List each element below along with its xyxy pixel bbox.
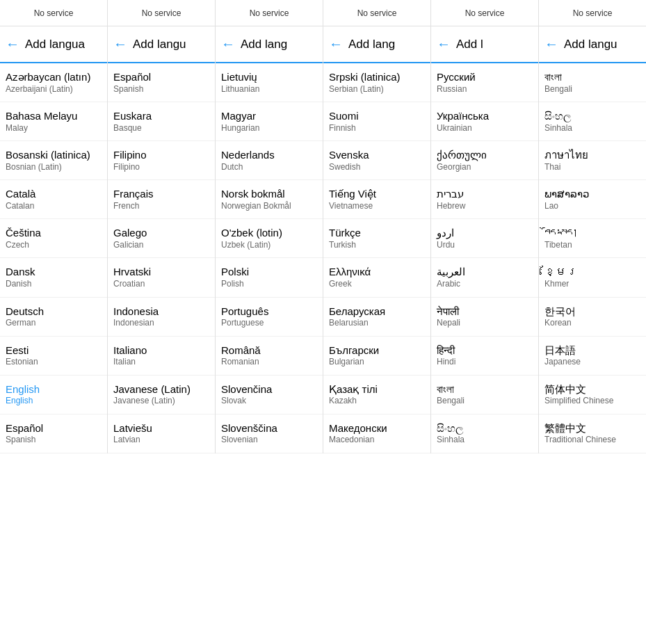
lang-item-4-2[interactable]: ქართულიGeorgian [431,141,538,180]
lang-english-5-8: Simplified Chinese [544,396,640,407]
lang-native-3-2: Svenska [329,148,425,162]
lang-english-2-0: Lithuanian [221,84,317,95]
lang-item-0-8[interactable]: EnglishEnglish [0,376,107,414]
lang-list-1: EspañolSpanishEuskaraBasqueFilipinoFilip… [108,63,215,453]
lang-item-3-5[interactable]: ΕλληνικάGreek [323,258,430,297]
lang-list-3: Srpski (latinica)Serbian (Latin)SuomiFin… [323,63,430,453]
lang-native-5-9: 繁體中文 [544,421,640,435]
lang-item-0-3[interactable]: CatalàCatalan [0,180,107,219]
lang-item-2-6[interactable]: PortuguêsPortuguese [216,298,323,337]
lang-item-0-4[interactable]: ČeštinaCzech [0,219,107,258]
lang-english-5-1: Sinhala [544,123,640,134]
lang-item-1-9[interactable]: LatviešuLatvian [108,414,215,453]
back-arrow-1[interactable]: ← [113,36,127,52]
lang-native-2-3: Norsk bokmål [221,187,317,201]
lang-item-0-5[interactable]: DanskDanish [0,258,107,297]
back-arrow-3[interactable]: ← [329,36,343,52]
lang-item-2-7[interactable]: RomânăRomanian [216,337,323,376]
lang-item-3-7[interactable]: БългарскиBulgarian [323,337,430,376]
lang-item-5-9[interactable]: 繁體中文Traditional Chinese [539,414,646,453]
lang-item-2-9[interactable]: SlovenščinaSlovenian [216,414,323,453]
lang-item-1-1[interactable]: EuskaraBasque [108,102,215,141]
lang-item-0-6[interactable]: DeutschGerman [0,298,107,337]
lang-item-4-1[interactable]: УкраїнськаUkrainian [431,102,538,141]
lang-item-5-6[interactable]: 한국어Korean [539,298,646,337]
lang-native-0-6: Deutsch [6,305,102,319]
lang-native-4-3: עברית [437,187,533,201]
back-arrow-5[interactable]: ← [544,36,558,52]
lang-item-5-2[interactable]: ภาษาไทยThai [539,141,646,180]
lang-native-0-5: Dansk [6,265,102,279]
lang-item-0-0[interactable]: Azərbaycan (latın)Azerbaijani (Latin) [0,63,107,102]
panel-0: ←Add languaAzərbaycan (latın)Azerbaijani… [0,26,108,453]
lang-english-5-2: Thai [544,162,640,173]
lang-item-5-3[interactable]: ພາສາລາວLao [539,180,646,219]
panel-title-1: Add langu [133,38,186,51]
lang-native-5-8: 简体中文 [544,383,640,396]
lang-item-4-6[interactable]: नेपालीNepali [431,298,538,337]
lang-english-4-3: Hebrew [437,201,533,212]
lang-native-0-0: Azərbaycan (latın) [6,70,102,84]
lang-item-5-8[interactable]: 简体中文Simplified Chinese [539,376,646,414]
lang-english-3-6: Belarusian [329,318,425,329]
lang-item-1-7[interactable]: ItalianoItalian [108,337,215,376]
lang-item-3-1[interactable]: SuomiFinnish [323,102,430,141]
lang-native-2-8: Slovenčina [221,383,317,396]
lang-native-0-7: Eesti [6,344,102,357]
lang-english-5-5: Khmer [544,279,640,290]
lang-list-2: LietuviųLithuanianMagyarHungarianNederla… [216,63,323,453]
lang-item-3-8[interactable]: Қазақ тіліKazakh [323,376,430,414]
lang-item-5-4[interactable]: བོད་སྐད།Tibetan [539,219,646,258]
lang-english-4-4: Urdu [437,240,533,251]
lang-english-0-8: English [6,396,102,407]
lang-item-5-7[interactable]: 日本語Japanese [539,337,646,376]
lang-item-2-8[interactable]: SlovenčinaSlovak [216,376,323,414]
lang-item-5-0[interactable]: বাংলাBengali [539,63,646,102]
status-segment-0: No service [0,0,108,26]
lang-item-4-0[interactable]: РусскийRussian [431,63,538,102]
lang-item-2-2[interactable]: NederlandsDutch [216,141,323,180]
lang-item-4-7[interactable]: हिन्दीHindi [431,337,538,376]
lang-item-2-0[interactable]: LietuviųLithuanian [216,63,323,102]
lang-item-1-4[interactable]: GalegoGalician [108,219,215,258]
lang-english-4-7: Hindi [437,357,533,368]
status-segment-5: No service [539,0,646,26]
lang-item-4-5[interactable]: العربيةArabic [431,258,538,297]
lang-item-1-5[interactable]: HrvatskiCroatian [108,258,215,297]
lang-item-0-7[interactable]: EestiEstonian [0,337,107,376]
lang-item-3-3[interactable]: Tiếng ViệtVietnamese [323,180,430,219]
lang-item-2-3[interactable]: Norsk bokmålNorwegian Bokmål [216,180,323,219]
lang-item-3-4[interactable]: TürkçeTurkish [323,219,430,258]
lang-list-5: বাংলাBengaliසිංහලSinhalaภาษาไทยThaiພາສາລ… [539,63,646,453]
lang-item-3-6[interactable]: БеларускаяBelarusian [323,298,430,337]
lang-item-1-3[interactable]: FrançaisFrench [108,180,215,219]
lang-item-2-1[interactable]: MagyarHungarian [216,102,323,141]
back-arrow-4[interactable]: ← [437,36,451,52]
lang-item-5-5[interactable]: ខ្មែរKhmer [539,258,646,297]
lang-item-5-1[interactable]: සිංහලSinhala [539,102,646,141]
back-arrow-2[interactable]: ← [221,36,235,52]
lang-item-3-0[interactable]: Srpski (latinica)Serbian (Latin) [323,63,430,102]
lang-item-4-4[interactable]: اردوUrdu [431,219,538,258]
back-arrow-0[interactable]: ← [6,36,19,52]
lang-item-2-4[interactable]: O'zbek (lotin)Uzbek (Latin) [216,219,323,258]
lang-english-0-0: Azerbaijani (Latin) [6,84,102,95]
lang-item-1-6[interactable]: IndonesiaIndonesian [108,298,215,337]
lang-item-1-2[interactable]: FilipinoFilipino [108,141,215,180]
lang-english-3-0: Serbian (Latin) [329,84,425,95]
lang-english-2-2: Dutch [221,162,317,173]
lang-item-2-5[interactable]: PolskiPolish [216,258,323,297]
lang-item-4-3[interactable]: עבריתHebrew [431,180,538,219]
lang-item-0-1[interactable]: Bahasa MelayuMalay [0,102,107,141]
status-segment-3: No service [323,0,431,26]
lang-item-0-2[interactable]: Bosanski (latinica)Bosnian (Latin) [0,141,107,180]
lang-item-0-9[interactable]: EspañolSpanish [0,414,107,453]
lang-item-4-9[interactable]: සිංහලSinhala [431,414,538,453]
lang-item-3-9[interactable]: МакедонскиMacedonian [323,414,430,453]
lang-item-1-0[interactable]: EspañolSpanish [108,63,215,102]
lang-native-4-8: বাংলা [437,383,533,396]
lang-item-3-2[interactable]: SvenskaSwedish [323,141,430,180]
lang-native-5-6: 한국어 [544,305,640,319]
lang-item-1-8[interactable]: Javanese (Latin)Javanese (Latin) [108,376,215,414]
lang-item-4-8[interactable]: বাংলাBengali [431,376,538,414]
